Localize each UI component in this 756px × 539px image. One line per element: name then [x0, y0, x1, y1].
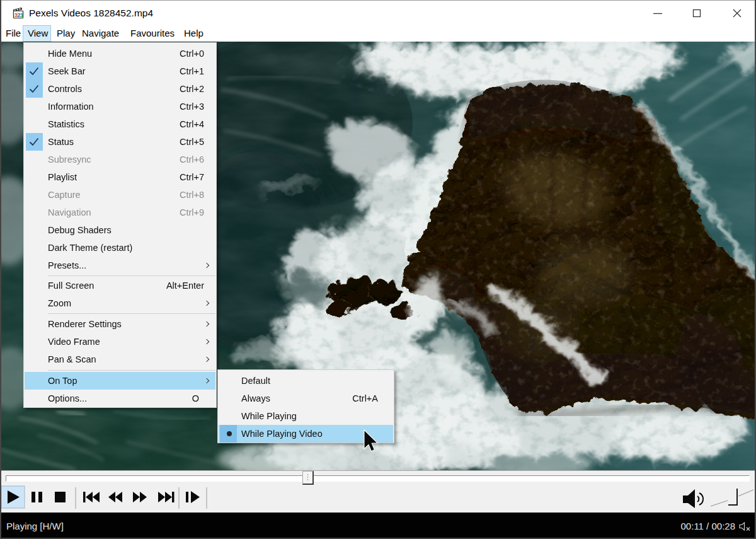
svg-text:1: 1 [20, 11, 24, 18]
